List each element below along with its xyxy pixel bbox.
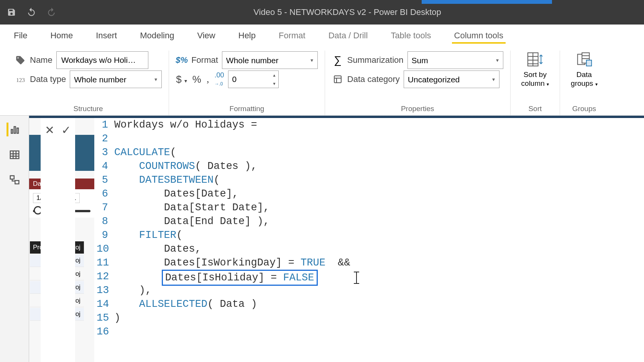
structure-title: Structure — [15, 102, 162, 115]
code-line[interactable]: ), — [114, 283, 644, 297]
tab-home[interactable]: Home — [48, 28, 75, 44]
category-label: Data category — [347, 74, 400, 84]
code-line[interactable]: ALLSELECTED( Data ) — [114, 297, 644, 311]
line-gutter: 12345678910111213141516 — [97, 118, 112, 362]
svg-rect-15 — [14, 127, 15, 134]
properties-title: Properties — [332, 102, 503, 115]
redo-icon[interactable] — [46, 7, 57, 18]
category-select[interactable]: Uncategorized — [404, 70, 499, 88]
decimal-button[interactable]: .00→.0 — [214, 71, 224, 87]
formula-commit-icon[interactable]: ✓ — [61, 123, 71, 137]
svg-rect-14 — [11, 129, 13, 133]
decimals-spinner[interactable]: ▲▼ — [228, 70, 279, 88]
tab-file[interactable]: File — [12, 28, 30, 44]
sort-label: Sort bycolumn ▾ — [521, 70, 549, 88]
code-line[interactable] — [114, 325, 644, 339]
svg-rect-16 — [17, 128, 18, 133]
undo-icon[interactable] — [26, 7, 37, 18]
svg-rect-17 — [10, 151, 19, 159]
nav-report-icon[interactable] — [7, 123, 20, 136]
format-label: Format — [191, 55, 218, 65]
ribbon-content: Name 123 Data type Whole number Structur… — [0, 47, 644, 116]
sort-icon — [526, 51, 544, 68]
tag-icon — [15, 54, 26, 66]
code-line[interactable]: Dates[Date], — [114, 187, 644, 201]
groups-title: Groups — [572, 102, 596, 115]
save-icon[interactable] — [6, 7, 17, 18]
name-label: Name — [30, 55, 53, 65]
groups-label: Datagroups ▾ — [571, 70, 597, 88]
data-type-select[interactable]: Whole number — [70, 70, 162, 88]
currency-button[interactable]: $ ▾ — [176, 74, 187, 85]
code-line[interactable] — [114, 132, 644, 146]
comma-button[interactable]: , — [207, 74, 209, 85]
decimals-input[interactable] — [228, 71, 271, 88]
svg-rect-23 — [15, 180, 19, 184]
svg-rect-1 — [334, 76, 341, 83]
svg-rect-13 — [586, 60, 591, 66]
code-line[interactable]: FILTER( — [114, 228, 644, 242]
spinner-up-icon[interactable]: ▲ — [271, 71, 278, 79]
ribbon-group-properties: ∑ Summarization Sum Data category Uncate… — [325, 51, 511, 115]
svg-rect-22 — [10, 176, 14, 179]
tab-table-tools[interactable]: Table tools — [388, 28, 433, 44]
nav-model-icon[interactable] — [8, 173, 21, 187]
ribbon-tabs: File Home Insert Modeling View Help Form… — [0, 25, 644, 47]
code-body[interactable]: Workdays w/o Holidays = CALCULATE( COUNT… — [112, 118, 644, 362]
tab-format[interactable]: Format — [276, 28, 308, 44]
spinner-down-icon[interactable]: ▼ — [271, 79, 278, 88]
tab-view[interactable]: View — [195, 28, 217, 44]
titlebar: Video 5 - NETWORKDAYS v2 - Power BI Desk… — [0, 0, 644, 25]
formula-area: ✕ ✓ 12345678910111213141516 Workdays w/o… — [29, 116, 644, 362]
titlebar-accent — [422, 0, 552, 4]
tab-insert[interactable]: Insert — [94, 28, 119, 44]
code-line[interactable]: COUNTROWS( Dates ), — [114, 159, 644, 173]
left-nav — [0, 116, 29, 362]
format-icon: $% — [176, 54, 187, 66]
name-input[interactable] — [56, 51, 148, 69]
sigma-icon: ∑ — [332, 54, 343, 66]
code-line[interactable]: CALCULATE( — [114, 146, 644, 159]
data-groups-button[interactable]: Datagroups ▾ — [567, 51, 601, 88]
ribbon-group-formatting: $% Format Whole number $ ▾ % , .00→.0 ▲▼… — [169, 51, 325, 115]
tab-modeling[interactable]: Modeling — [138, 28, 176, 44]
tab-help[interactable]: Help — [236, 28, 258, 44]
ribbon-group-sort: Sort bycolumn ▾ Sort — [511, 51, 560, 115]
code-line[interactable]: ) — [114, 311, 644, 325]
nav-data-icon[interactable] — [8, 148, 21, 162]
code-line[interactable]: Dates[IsWorkingDay] = TRUE && — [114, 256, 644, 270]
tab-column-tools[interactable]: Column tools — [452, 28, 506, 44]
code-line[interactable]: Dates, — [114, 242, 644, 256]
data-type-icon: 123 — [15, 74, 26, 85]
formatting-title: Formatting — [176, 102, 318, 115]
code-line[interactable]: Data[End Date] ), — [114, 215, 644, 228]
sort-title: Sort — [528, 102, 542, 115]
category-icon — [332, 74, 343, 85]
formula-actions: ✕ ✓ — [41, 118, 75, 362]
code-line[interactable]: Workdays w/o Holidays = — [114, 118, 644, 132]
groups-icon — [575, 51, 593, 68]
format-select[interactable]: Whole number — [222, 51, 318, 69]
percent-button[interactable]: % — [192, 74, 201, 85]
sort-by-column-button[interactable]: Sort bycolumn ▾ — [518, 51, 553, 88]
window-title: Video 5 - NETWORKDAYS v2 - Power BI Desk… — [57, 7, 638, 17]
dax-editor[interactable]: 12345678910111213141516 Workdays w/o Hol… — [97, 118, 644, 362]
ribbon-group-groups: Datagroups ▾ Groups — [560, 51, 608, 115]
tab-data-drill[interactable]: Data / Drill — [326, 28, 370, 44]
text-cursor-icon — [356, 272, 357, 283]
code-line[interactable]: Dates[IsHoliday] = FALSE — [114, 270, 644, 283]
work-area: ⚙⚙ Suppor Date 1/1/2018 1 Project ID Pro… — [0, 116, 644, 362]
summarization-label: Summarization — [347, 55, 404, 65]
formula-cancel-icon[interactable]: ✕ — [45, 123, 54, 137]
ribbon-group-structure: Name 123 Data type Whole number Structur… — [8, 51, 169, 115]
code-line[interactable]: Data[Start Date], — [114, 201, 644, 215]
svg-text:123: 123 — [16, 77, 25, 83]
summarization-select[interactable]: Sum — [407, 51, 503, 69]
data-type-label: Data type — [30, 74, 66, 84]
code-line[interactable]: DATESBETWEEN( — [114, 173, 644, 187]
